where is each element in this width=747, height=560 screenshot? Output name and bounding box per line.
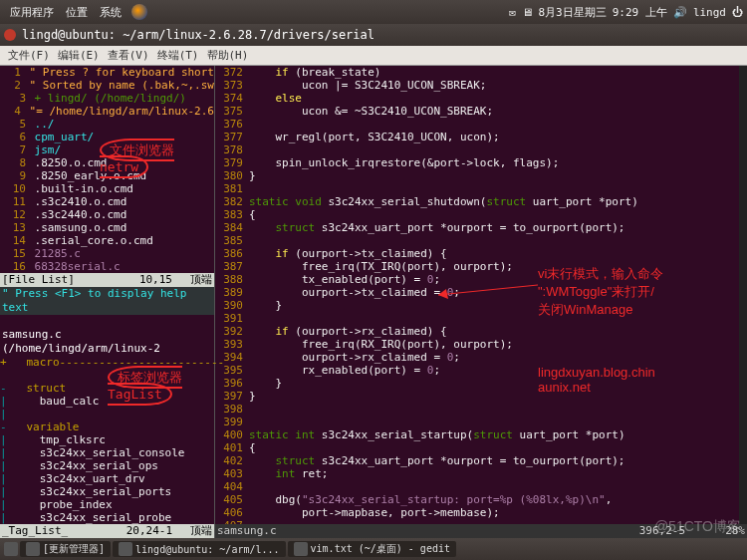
netrw-line[interactable]: 4 "= /home/lingd/arm/linux-2.6 [0,105,214,118]
menu-view[interactable]: 查看(V) [104,48,153,63]
code-line[interactable]: 403 int ret; [215,467,747,480]
netrw-line[interactable]: 11 .s3c2410.o.cmd [0,195,214,208]
code-line[interactable]: 378 [215,143,747,156]
code-line[interactable]: 385 [215,234,747,247]
code-line[interactable]: 398 [215,403,747,416]
code-line[interactable]: 391 [215,312,747,325]
display-icon[interactable]: 🖥 [522,6,533,19]
code-line[interactable]: 393 free_irq(RX_IRQ(port), ourport); [215,338,747,351]
netrw-line[interactable]: 8 .8250.o.cmd [0,156,214,169]
netrw-line[interactable]: 6 cpm_uart/ [0,131,214,143]
code-line[interactable]: 375 ucon &= ~S3C2410_UCON_SBREAK; [215,105,747,118]
taglist-item[interactable]: | s3c24xx_serial_ops [0,459,214,472]
code-line[interactable]: 402 struct s3c24xx_uart_port *ourport = … [215,454,747,467]
places-menu[interactable]: 位置 [60,5,94,20]
netrw-statusline: [File List] 10,15顶端 [0,273,214,287]
netrw-line[interactable]: 3 + lingd/ (/home/lingd/) [0,92,214,105]
watermark: @51CTO博客 [654,518,741,536]
scrollbar[interactable] [739,66,747,524]
netrw-line[interactable]: 12 .s3c2440.o.cmd [0,208,214,221]
code-line[interactable]: 384 struct s3c24xx_uart_port *ourport = … [215,221,747,234]
window-title: lingd@ubuntu: ~/arm/linux-2.6.28.7/drive… [22,28,374,42]
code-line[interactable]: 395 rx_enabled(port) = 0; [215,364,747,377]
window-titlebar[interactable]: lingd@ubuntu: ~/arm/linux-2.6.28.7/drive… [0,24,747,46]
code-line[interactable]: 401{ [215,441,747,454]
code-line[interactable]: 382static void s3c24xx_serial_shutdown(s… [215,195,747,208]
firefox-icon[interactable] [131,4,147,20]
taglist-file: samsung.c (/home/lingd/arm/linux-2 [0,328,214,356]
netrw-line[interactable]: 1 " Press ? for keyboard short [0,66,214,79]
task-gedit[interactable]: vim.txt (~/桌面) - gedit [288,541,456,557]
apps-menu[interactable]: 应用程序 [4,5,60,20]
taglist-item[interactable]: | s3c24xx_serial_ports [0,485,214,498]
netrw-line[interactable]: 15 21285.c [0,247,214,260]
system-top-panel: 应用程序 位置 系统 ✉ 🖥 8月3日星期三 9:29 上午 🔊 lingd ⏻ [0,0,747,24]
code-line[interactable]: 404 [215,480,747,493]
code-line[interactable]: 399 [215,416,747,428]
code-line[interactable]: 389 ourport->tx_claimed = 0; [215,286,747,299]
menu-terminal[interactable]: 终端(T) [153,48,203,63]
taglist-statusline: _Tag_List_ 20,24-1顶端 [0,524,214,538]
volume-icon[interactable]: 🔊 [673,6,687,19]
netrw-line[interactable]: 13 .samsung.o.cmd [0,221,214,234]
code-line[interactable]: 372 if (break_state) [215,66,747,79]
code-line[interactable]: 383{ [215,208,747,221]
code-line[interactable]: 376 [215,118,747,131]
netrw-line[interactable]: 5 ../ [0,118,214,131]
code-line[interactable]: 392 if (ourport->rx_claimed) { [215,325,747,338]
netrw-line[interactable]: 7 jsm/ [0,143,214,156]
taglist-item[interactable]: | s3c24xx_serial_console [0,446,214,459]
mail-icon[interactable]: ✉ [509,6,516,19]
taglist-item[interactable]: | baud_calc [0,395,214,408]
taglist-group[interactable]: - struct [0,382,214,395]
netrw-line[interactable]: 14 .serial_core.o.cmd [0,234,214,247]
taglist-group[interactable]: - variable [0,420,214,433]
user-menu[interactable]: lingd [693,6,726,19]
taglist-item[interactable]: | probe_index [0,498,214,511]
menu-edit[interactable]: 编辑(E) [54,48,104,63]
netrw-line[interactable]: 9 .8250_early.o.cmd [0,169,214,182]
task-update-manager[interactable]: [更新管理器] [20,541,111,557]
taglist-pane[interactable]: - struct| baud_calc|- variable| tmp_clks… [0,382,214,524]
code-line[interactable]: 397} [215,390,747,403]
taglist-item[interactable]: | s3c24xx_serial_probe [0,511,214,524]
taglist-item[interactable]: | tmp_clksrc [0,433,214,446]
code-line[interactable]: 374 else [215,92,747,105]
code-line[interactable]: 379 spin_unlock_irqrestore(&port->lock, … [215,156,747,169]
date-label: 8月3日星期三 [539,5,607,20]
netrw-line[interactable]: 10 .built-in.o.cmd [0,182,214,195]
code-line[interactable]: 390 } [215,299,747,312]
code-line[interactable]: 377 wr_regl(port, S3C2410_UCON, ucon); [215,131,747,143]
netrw-line[interactable]: 16 68328serial.c [0,260,214,273]
code-line[interactable]: 380} [215,169,747,182]
close-icon[interactable] [4,29,16,41]
code-line[interactable]: 400static int s3c24xx_serial_startup(str… [215,428,747,441]
code-pane[interactable]: 372 if (break_state)373 ucon |= S3C2410_… [215,66,747,524]
code-line[interactable]: 387 free_irq(TX_IRQ(port), ourport); [215,260,747,273]
menu-help[interactable]: 帮助(H) [203,48,253,63]
code-line[interactable]: 388 tx_enabled(port) = 0; [215,273,747,286]
code-line[interactable]: 405 dbg("s3c24xx_serial_startup: port=%p… [215,493,747,506]
system-menu[interactable]: 系统 [94,5,127,20]
system-bottom-panel: [更新管理器] lingd@ubuntu: ~/arm/l... vim.txt… [0,538,747,560]
taglist-item[interactable]: | s3c24xx_uart_drv [0,472,214,485]
code-line[interactable]: 381 [215,182,747,195]
netrw-pane[interactable]: 1 " Press ? for keyboard short2 " Sorted… [0,66,214,273]
code-line[interactable]: 386 if (ourport->tx_claimed) { [215,247,747,260]
code-line[interactable]: 396 } [215,377,747,390]
vim-editor[interactable]: 1 " Press ? for keyboard short2 " Sorted… [0,66,747,538]
help-hint: " Press <F1> to display help text [0,287,214,315]
task-terminal[interactable]: lingd@ubuntu: ~/arm/l... [113,541,286,557]
time-label: 9:29 上午 [613,5,667,20]
show-desktop-icon[interactable] [4,542,18,556]
code-line[interactable]: 394 ourport->rx_claimed = 0; [215,351,747,364]
code-line[interactable]: 373 ucon |= S3C2410_UCON_SBREAK; [215,79,747,92]
power-icon[interactable]: ⏻ [732,6,743,19]
macro-fold[interactable]: + macro------------------------- [0,356,224,369]
terminal-menubar: 文件(F) 编辑(E) 查看(V) 终端(T) 帮助(H) [0,46,747,66]
menu-file[interactable]: 文件(F) [4,48,54,63]
netrw-line[interactable]: 2 " Sorted by name (.bak,~,.sw [0,79,214,92]
